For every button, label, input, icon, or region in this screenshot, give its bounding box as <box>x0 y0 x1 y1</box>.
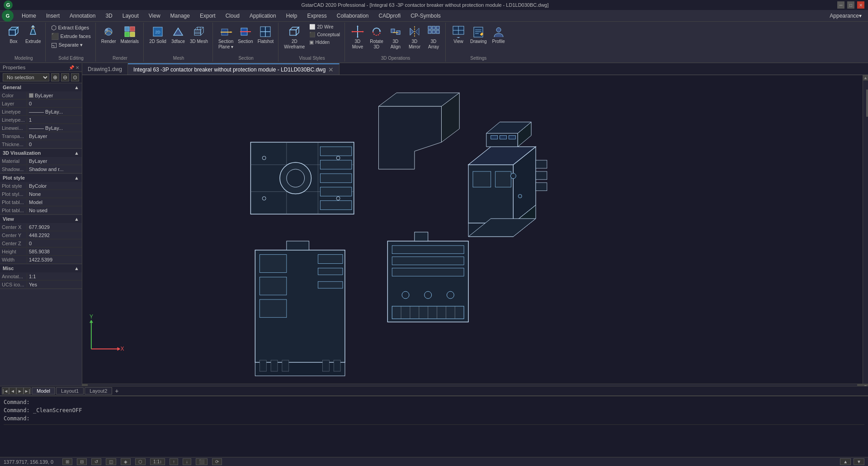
status-settings[interactable]: ⟳ <box>212 458 222 465</box>
menu-cp-symbols[interactable]: CP-Symbols <box>406 10 445 21</box>
status-osnap[interactable]: ⬡ <box>135 458 146 465</box>
extrude-button[interactable]: Extrude <box>24 24 42 45</box>
status-snap[interactable]: ◫ <box>106 458 116 465</box>
layer-label: Layer <box>0 100 27 107</box>
tab-integral-label: Integral 63 -3P contactor breaker withou… <box>133 67 326 73</box>
scroll-up-button[interactable]: ▲ <box>863 75 868 81</box>
plot-styl2-value: None <box>27 191 82 197</box>
general-section-header[interactable]: General ▲ <box>0 83 82 91</box>
layout-nav-last[interactable]: ►| <box>24 387 31 395</box>
3d-mesh-label: 3D Mesh <box>190 39 208 44</box>
maximize-button[interactable]: □ <box>847 1 854 9</box>
drawing-button[interactable]: Drawing <box>468 24 489 45</box>
menu-collaboration[interactable]: Collaboration <box>332 10 373 21</box>
section-plane-button[interactable]: SectionPlane ▾ <box>217 24 235 51</box>
menu-cadprofi[interactable]: CADprofi <box>374 10 406 21</box>
menu-manage[interactable]: Manage <box>166 10 194 21</box>
section-button[interactable]: Section <box>236 24 255 45</box>
layout-tab-layout1[interactable]: Layout1 <box>56 387 84 395</box>
2d-solid-button[interactable]: 2D 2D Solid <box>147 24 168 45</box>
status-scale[interactable]: 1:1↕ <box>150 458 165 465</box>
3d-array-button[interactable]: 3DArray <box>425 24 443 51</box>
separate-button[interactable]: ◱ Separate ▾ <box>49 41 85 49</box>
status-grid-2[interactable]: ⊟ <box>77 458 87 465</box>
box-button[interactable]: Box <box>5 24 23 45</box>
menu-annotation[interactable]: Annotation <box>65 10 100 21</box>
3d-move-button[interactable]: 3DMove <box>349 24 367 51</box>
svg-point-75 <box>336 197 340 200</box>
menu-insert[interactable]: Insert <box>42 10 64 21</box>
layout-tab-model[interactable]: Model <box>32 387 55 395</box>
title-logo: G <box>4 0 13 10</box>
layout-tab-layout2[interactable]: Layout2 <box>85 387 112 395</box>
status-polar[interactable]: ◈ <box>121 458 131 465</box>
status-nav-up[interactable]: ▲ <box>840 458 851 465</box>
view-button[interactable]: View <box>449 24 467 45</box>
extrude-icon <box>26 24 40 39</box>
menu-cloud[interactable]: Cloud <box>221 10 244 21</box>
misc-header[interactable]: Misc ▲ <box>0 264 82 272</box>
menu-view[interactable]: View <box>144 10 165 21</box>
svg-rect-87 <box>318 268 343 275</box>
canvas-area[interactable]: X Y <box>82 75 863 389</box>
rotate-3d-button[interactable]: Rotate3D <box>368 24 386 51</box>
minimize-button[interactable]: ─ <box>837 1 844 9</box>
tab-integral[interactable]: Integral 63 -3P contactor breaker withou… <box>128 63 340 75</box>
vs-3d-wireframe[interactable]: ⬛Conceptual <box>307 31 342 38</box>
menu-help[interactable]: Help <box>282 10 302 21</box>
3d-mesh-button[interactable]: 3D Mesh <box>188 24 210 45</box>
status-workspace[interactable]: ⬛ <box>196 458 208 465</box>
2d-wireframe-button[interactable]: 2DWireframe <box>282 24 307 51</box>
3dface-button[interactable]: 3dface <box>169 24 187 45</box>
menu-application[interactable]: Application <box>245 10 281 21</box>
view-section-header[interactable]: View ▲ <box>0 215 82 223</box>
profile-button[interactable]: Profile <box>490 24 508 45</box>
tab-drawing1[interactable]: Drawing1.dwg <box>82 63 128 75</box>
status-grid-1[interactable]: ⊞ <box>62 458 72 465</box>
selection-dropdown[interactable]: No selection <box>3 73 49 81</box>
command-input[interactable] <box>4 424 864 433</box>
select-btn-3[interactable]: ⊙ <box>71 73 79 81</box>
status-coordinates: 1377.9717, 156.139, 0 <box>4 459 53 465</box>
status-refresh[interactable]: ↺ <box>91 458 101 465</box>
extrude-faces-button[interactable]: ⬛ Extrude faces <box>49 32 92 40</box>
status-up[interactable]: ↑ <box>170 458 178 465</box>
3d-mirror-button[interactable]: 3DMirror <box>406 24 424 51</box>
section-plane-label: SectionPlane ▾ <box>218 39 233 50</box>
prop-row-centery: Center Y 448.2292 <box>0 231 82 239</box>
view-icon <box>451 24 466 39</box>
menu-export[interactable]: Export <box>195 10 220 21</box>
menu-layout[interactable]: Layout <box>118 10 143 21</box>
plot-style-header[interactable]: Plot style ▲ <box>0 174 82 182</box>
select-btn-1[interactable]: ⊕ <box>51 73 59 81</box>
svg-rect-97 <box>392 246 464 254</box>
layout-add-button[interactable]: + <box>112 387 121 395</box>
select-btn-2[interactable]: ⊖ <box>61 73 69 81</box>
3d-align-button[interactable]: 3DAlign <box>387 24 405 51</box>
status-nav-down[interactable]: ▼ <box>854 458 864 465</box>
vs-hidden[interactable]: ▣Hidden <box>307 39 342 46</box>
vs-2d-wireframe[interactable]: ⬜2D Wire <box>307 24 342 30</box>
panel-close-button[interactable]: ✕ <box>75 65 79 70</box>
flatshot-button[interactable]: Flatshot <box>256 24 276 45</box>
materials-button[interactable]: Materials <box>119 24 141 45</box>
menu-appearance[interactable]: Appearance▾ <box>825 10 866 21</box>
svg-rect-99 <box>392 268 464 276</box>
menu-home[interactable]: Home <box>17 10 41 21</box>
close-button[interactable]: ✕ <box>857 1 864 9</box>
layout-nav-next[interactable]: ► <box>16 387 24 395</box>
ribbon-group-3d-ops: 3DMove Rotate3D <box>346 23 446 62</box>
panel-pin-button[interactable]: 📌 <box>69 65 74 70</box>
extract-edges-button[interactable]: ⬡ Extract Edges <box>49 24 90 32</box>
svg-rect-85 <box>259 300 287 318</box>
3d-viz-header[interactable]: 3D Visualization ▲ <box>0 149 82 157</box>
layout-nav-first[interactable]: |◄ <box>2 387 9 395</box>
render-button[interactable]: Render <box>99 24 118 45</box>
menu-express[interactable]: Express <box>302 10 331 21</box>
layout-nav-prev[interactable]: ◄ <box>9 387 16 395</box>
tab-integral-close[interactable]: ✕ <box>328 66 334 73</box>
menu-3d[interactable]: 3D <box>101 10 117 21</box>
scroll-thumb-v[interactable] <box>866 90 868 117</box>
prop-row-centerz: Center Z 0 <box>0 239 82 247</box>
status-down[interactable]: ↓ <box>183 458 191 465</box>
